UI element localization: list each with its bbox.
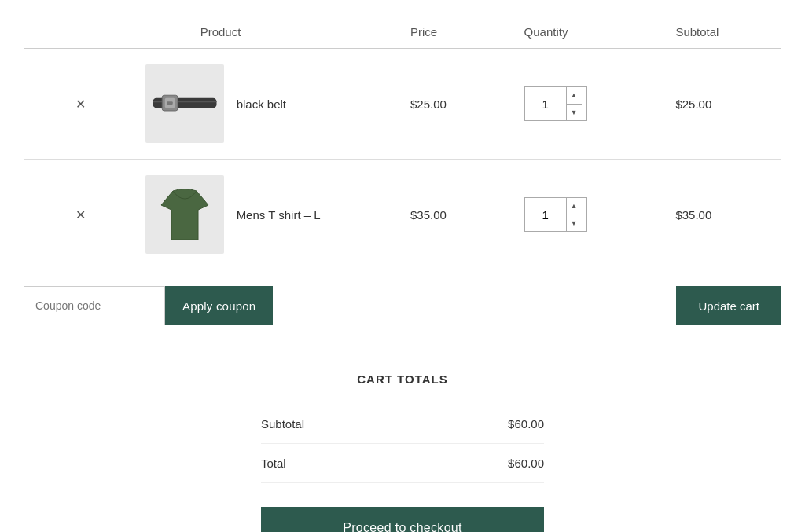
total-value: $60.00 xyxy=(508,457,544,470)
subtotal-row: Subtotal $60.00 xyxy=(261,405,544,444)
coupon-input[interactable] xyxy=(24,286,165,325)
quantity-cell: ▲ ▼ xyxy=(516,49,668,160)
quantity-wrapper: ▲ ▼ xyxy=(524,86,587,121)
qty-decrement-button[interactable]: ▼ xyxy=(567,105,582,121)
qty-decrement-button[interactable]: ▼ xyxy=(567,215,582,232)
checkout-button[interactable]: Proceed to checkout xyxy=(261,507,544,532)
apply-coupon-button[interactable]: Apply coupon xyxy=(165,286,273,325)
product-cell: Mens T shirt – L xyxy=(138,160,402,270)
product-name: Mens T shirt – L xyxy=(237,208,321,222)
price-cell: $35.00 xyxy=(402,160,516,270)
cart-actions: Apply coupon Update cart xyxy=(24,270,781,341)
cart-table: Product Price Quantity Subtotal ✕ xyxy=(24,16,781,270)
total-row: Total $60.00 xyxy=(261,444,544,483)
price-cell: $25.00 xyxy=(402,49,516,160)
cart-totals-title: CART TOTALS xyxy=(357,372,447,386)
col-header-remove xyxy=(24,16,138,49)
remove-item-button[interactable]: ✕ xyxy=(75,97,86,112)
col-header-price: Price xyxy=(402,16,516,49)
product-cell: black belt xyxy=(138,49,402,160)
quantity-cell: ▲ ▼ xyxy=(516,160,668,270)
remove-cell: ✕ xyxy=(24,49,138,160)
table-row: ✕ black belt $25.00 xyxy=(24,49,781,160)
cart-container: Product Price Quantity Subtotal ✕ xyxy=(0,0,805,532)
svg-rect-4 xyxy=(167,101,172,105)
remove-cell: ✕ xyxy=(24,160,138,270)
cart-totals: CART TOTALS Subtotal $60.00 Total $60.00… xyxy=(24,372,781,532)
quantity-input[interactable] xyxy=(525,208,566,222)
totals-table: Subtotal $60.00 Total $60.00 xyxy=(261,405,544,483)
col-header-product: Product xyxy=(138,16,402,49)
subtotal-cell: $25.00 xyxy=(667,49,781,160)
quantity-input[interactable] xyxy=(525,97,566,111)
subtotal-label: Subtotal xyxy=(261,417,304,431)
qty-spinners: ▲ ▼ xyxy=(566,87,582,120)
qty-spinners: ▲ ▼ xyxy=(566,198,582,231)
subtotal-cell: $35.00 xyxy=(667,160,781,270)
total-label: Total xyxy=(261,457,286,470)
update-cart-button[interactable]: Update cart xyxy=(676,286,781,325)
qty-increment-button[interactable]: ▲ xyxy=(567,198,582,215)
product-image xyxy=(145,64,224,143)
remove-item-button[interactable]: ✕ xyxy=(75,207,86,222)
subtotal-value: $60.00 xyxy=(508,417,544,431)
qty-increment-button[interactable]: ▲ xyxy=(567,87,582,105)
coupon-section: Apply coupon xyxy=(24,286,273,325)
product-name: black belt xyxy=(237,97,286,111)
product-image xyxy=(145,175,224,254)
table-row: ✕ Mens T shirt – L $35.00 ▲ ▼ xyxy=(24,160,781,270)
quantity-wrapper: ▲ ▼ xyxy=(524,197,587,232)
col-header-subtotal: Subtotal xyxy=(667,16,781,49)
col-header-quantity: Quantity xyxy=(516,16,668,49)
